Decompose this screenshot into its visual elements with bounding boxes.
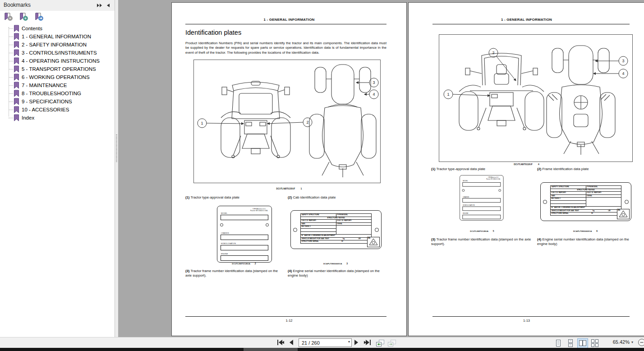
chapter-header: 1 - GENERAL INFORMATION <box>172 18 406 22</box>
continuous-facing-layout-button[interactable] <box>589 338 600 348</box>
document-page-left: 1 - GENERAL INFORMATION Identification p… <box>171 2 407 336</box>
bookmarks-panel: Bookmarks × + <box>0 0 115 337</box>
bookmark-item-accessories[interactable]: 10 - ACCESSORIES <box>14 106 114 114</box>
figure-tractor-location-views: 2 1 3 4 <box>439 34 633 162</box>
figure-tractor-location-views: 1 2 3 4 <box>193 60 381 183</box>
item-label-1: (1) Tractor type-approval data plate <box>431 167 530 171</box>
item-label-3: (3) Tractor frame number identification … <box>185 269 284 277</box>
taskbar-segment <box>244 348 298 351</box>
item-label-2: (2) Cab identification data plate <box>288 195 385 200</box>
bookmark-ribbon-icon <box>14 74 19 81</box>
single-page-layout-button[interactable] <box>553 338 564 348</box>
document-page-right: 1 - GENERAL INFORMATION <box>408 2 644 336</box>
safety-logo: RE: <box>617 209 630 219</box>
bookmarks-toolbar: × + ➔ <box>0 11 115 23</box>
header-rule <box>432 24 630 24</box>
safety-structure-plate: SAFETY STRUCTURETYPE/MODEL STRUCTURE TES… <box>540 182 631 221</box>
facing-pages-layout-button[interactable] <box>577 338 588 348</box>
safety-logo: RE: <box>367 237 380 247</box>
figure-caption: DCUTLN8IT0118UF4 <box>409 163 644 166</box>
type-approval-plate: CNH America LLCRacine WI 53404 U.S.A. MO… <box>460 175 505 221</box>
bookmark-ribbon-icon <box>14 98 19 105</box>
next-view-button[interactable] <box>387 339 397 346</box>
bookmark-item-working-operations[interactable]: 6 - WORKING OPERATIONS <box>14 73 114 81</box>
bookmarks-panel-header: Bookmarks <box>0 0 115 11</box>
bookmark-ribbon-icon <box>14 82 19 89</box>
bookmark-item-operating-instructions[interactable]: 4 - OPERATING INSTRUCTIONS <box>14 57 114 65</box>
type-approval-plate: CNH America LLCRacine WI 53404 U.S.A. MO… <box>217 206 272 263</box>
first-page-button[interactable] <box>276 339 285 346</box>
page-number-box: ▾ <box>299 338 352 347</box>
callout-3: 3 <box>622 59 624 63</box>
bookmark-item-safety-information[interactable]: 2 - SAFETY INFORMATION <box>14 41 114 49</box>
callout-3: 3 <box>373 80 375 85</box>
bookmark-ribbon-icon <box>14 90 19 97</box>
header-rule <box>185 24 386 24</box>
callout-2: 2 <box>306 120 308 125</box>
item-label-1: (1) Tractor type-approval data plate <box>185 195 282 200</box>
panel-splitter <box>115 0 118 337</box>
callout-2: 2 <box>492 51 494 55</box>
bookmark-ribbon-icon <box>14 65 19 73</box>
bookmark-item-transport-operations[interactable]: 5 - TRANSPORT OPERATIONS <box>14 65 114 73</box>
zoom-out-button[interactable] <box>638 338 644 348</box>
bookmark-tree: Contents 1 - GENERAL INFORMATION 2 - SAF… <box>5 24 114 122</box>
plate1-caption: DCUTLN8IT0128UA2 <box>199 262 289 265</box>
previous-page-button[interactable] <box>289 339 295 346</box>
item-label-4: (4) Engine serial number identification … <box>537 237 637 246</box>
callout-1: 1 <box>201 121 203 125</box>
svg-text:➔: ➔ <box>39 16 42 20</box>
splitter-drag-handle[interactable] <box>116 134 117 162</box>
bookmark-ribbon-icon <box>14 49 19 56</box>
svg-text:+: + <box>24 16 27 21</box>
page-number-input[interactable] <box>301 339 344 346</box>
bookmark-item-general-information[interactable]: 1 - GENERAL INFORMATION <box>14 32 114 41</box>
last-page-button[interactable] <box>363 339 373 346</box>
item-label-2: (2) Frame identification data plate <box>537 167 636 171</box>
footer-rule <box>432 316 630 317</box>
callout-1: 1 <box>447 92 449 97</box>
bookmark-item-maintenance[interactable]: 7 - MAINTENANCE <box>14 81 114 89</box>
safety-structure-plate: SAFETY STRUCTURETYPE/MODEL STRUCTURE TES… <box>290 210 382 249</box>
bookmark-item-specifications[interactable]: 9 - SPECIFICATIONS <box>14 97 114 106</box>
taskbar-strip <box>0 348 644 351</box>
plate2-caption: DCAPLT5N5006S1A3 <box>290 262 381 265</box>
next-page-button[interactable] <box>354 339 360 346</box>
chapter-header: 1 - GENERAL INFORMATION <box>409 18 644 22</box>
bookmark-item-index[interactable]: Index <box>14 114 114 122</box>
svg-text:×: × <box>9 16 11 20</box>
previous-view-button[interactable] <box>376 339 386 346</box>
bookmark-item-contents[interactable]: Contents <box>14 24 114 32</box>
bookmark-item-troubleshooting[interactable]: 8 - TROUBLESHOOTING <box>14 89 114 97</box>
bookmark-ribbon-icon <box>14 114 19 121</box>
zoom-level-value[interactable]: 65.42% <box>608 339 630 345</box>
panel-expand-icon[interactable] <box>96 2 103 9</box>
delete-bookmark-icon[interactable]: × <box>3 12 14 23</box>
bookmark-ribbon-icon <box>14 41 19 48</box>
section-title: Identification plates <box>185 29 241 36</box>
callout-4: 4 <box>373 92 375 97</box>
page-number: 1-12 <box>172 319 406 323</box>
viewer-statusbar: ▾ 65.42% ▾ <box>0 337 644 348</box>
bookmark-item-controls-instruments[interactable]: 3 - CONTROLS/INSTRUMENTS <box>14 49 114 57</box>
continuous-layout-button[interactable] <box>565 338 576 348</box>
goto-bookmark-icon[interactable]: ➔ <box>34 12 45 23</box>
figure-caption: DCUTLN8IT0155UF1 <box>172 187 406 190</box>
plate1-caption: DCUTLN8IT0128UA5 <box>437 230 527 232</box>
add-bookmark-icon[interactable]: + <box>18 12 29 23</box>
tractor-diagram-cab: 1 2 3 4 <box>194 60 380 183</box>
item-label-4: (4) Engine serial number identification … <box>288 269 386 277</box>
tractor-diagram-rops: 2 1 3 4 <box>439 35 632 162</box>
panel-collapse-icon[interactable] <box>105 2 112 9</box>
zoom-dropdown-caret-icon[interactable]: ▾ <box>631 340 633 344</box>
bookmark-ribbon-icon <box>14 33 19 40</box>
page-number: 1-13 <box>409 319 644 323</box>
document-view[interactable]: 1 - GENERAL INFORMATION Identification p… <box>118 0 644 337</box>
bookmarks-panel-title: Bookmarks <box>4 2 31 8</box>
bookmark-ribbon-icon <box>14 106 19 113</box>
item-label-3: (3) Tractor frame number identification … <box>431 237 531 246</box>
footer-rule <box>185 316 386 317</box>
bookmark-ribbon-icon <box>14 57 19 65</box>
bookmark-ribbon-icon <box>14 25 19 32</box>
page-dropdown-caret-icon[interactable]: ▾ <box>348 340 350 344</box>
